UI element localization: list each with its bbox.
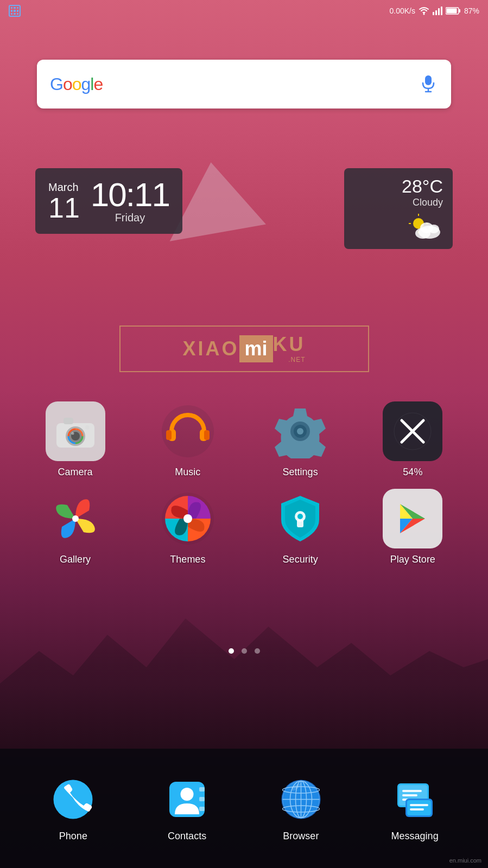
camera-label: Camera (58, 467, 93, 478)
playstore-icon (383, 489, 442, 548)
browser-icon (276, 775, 325, 824)
clock-weekday: Friday (91, 212, 169, 224)
gallery-icon (46, 489, 105, 548)
google-logo: Google (50, 74, 103, 94)
svg-point-27 (85, 425, 90, 430)
camera-icon (46, 401, 105, 461)
svg-rect-67 (407, 800, 431, 815)
kill-icon (383, 401, 442, 461)
app-drawer-icon[interactable] (9, 5, 21, 17)
google-search-bar[interactable]: Google (37, 60, 451, 108)
settings-label: Settings (283, 467, 318, 478)
clock-date: March 11 (48, 181, 80, 222)
app-kill[interactable]: 54% (359, 401, 466, 478)
app-grid: Camera Music (22, 401, 466, 565)
phone-icon (49, 775, 98, 824)
watermark-ku: KU (273, 333, 306, 356)
app-gallery[interactable]: Gallery (22, 489, 129, 565)
svg-rect-68 (410, 804, 428, 806)
dock-messaging[interactable]: Messaging (390, 775, 439, 842)
svg-point-51 (181, 788, 194, 801)
app-playstore[interactable]: Play Store (359, 489, 466, 565)
themes-icon (158, 489, 218, 548)
miui-watermark: en.miui.com (449, 857, 481, 864)
messaging-icon (390, 775, 439, 824)
security-label: Security (283, 554, 318, 565)
clock-day: 11 (48, 194, 80, 222)
svg-rect-63 (402, 790, 422, 792)
svg-rect-43 (297, 520, 303, 527)
music-icon (158, 401, 218, 461)
svg-rect-9 (425, 75, 432, 85)
contacts-label: Contacts (168, 831, 206, 842)
svg-point-20 (428, 225, 439, 233)
page-dot-1[interactable] (229, 648, 234, 654)
network-speed: 0.00K/s (389, 7, 415, 15)
svg-rect-64 (402, 794, 417, 796)
svg-point-35 (297, 428, 303, 435)
dock-browser[interactable]: Browser (276, 775, 325, 842)
weather-temperature: 28°C (354, 176, 443, 197)
svg-rect-26 (64, 418, 73, 424)
weather-condition: Cloudy (354, 197, 443, 208)
svg-rect-49 (199, 797, 205, 801)
svg-point-25 (71, 432, 74, 435)
svg-point-44 (297, 514, 303, 519)
dock-phone[interactable]: Phone (49, 775, 98, 842)
status-icons: 0.00K/s 87% (389, 7, 479, 15)
app-security[interactable]: Security (247, 489, 354, 565)
contacts-icon (163, 775, 212, 824)
app-themes[interactable]: Themes (134, 489, 241, 565)
svg-point-1 (423, 14, 424, 15)
svg-rect-69 (410, 808, 424, 810)
svg-point-39 (72, 515, 79, 522)
security-icon (270, 489, 330, 548)
app-camera[interactable]: Camera (22, 401, 129, 478)
dock: Phone Contacts (0, 749, 488, 868)
svg-rect-4 (438, 8, 440, 15)
svg-rect-3 (435, 10, 437, 15)
signal-icon (433, 7, 442, 15)
themes-label: Themes (170, 554, 205, 565)
clock-time: 10:11 Friday (91, 178, 169, 224)
svg-rect-48 (199, 787, 205, 792)
messaging-label: Messaging (391, 831, 439, 842)
app-music[interactable]: Music (134, 401, 241, 478)
watermark-mi: mi (239, 335, 273, 362)
page-indicators (229, 648, 260, 654)
svg-point-46 (54, 780, 93, 819)
gallery-label: Gallery (60, 554, 91, 565)
clock-time-value: 10:11 (91, 178, 169, 212)
clock-main: March 11 10:11 Friday (35, 168, 182, 234)
clock-weather-widget: 28°C Cloudy (35, 168, 453, 234)
svg-rect-50 (199, 807, 205, 811)
svg-rect-8 (446, 9, 457, 14)
clock-month: March (48, 181, 80, 194)
battery-icon (446, 7, 461, 15)
wifi-icon (419, 7, 429, 15)
svg-rect-2 (433, 12, 434, 15)
page-dot-2[interactable] (242, 648, 247, 654)
status-bar: 0.00K/s 87% (0, 0, 488, 22)
playstore-label: Play Store (390, 554, 435, 565)
watermark-xiao: XIAO (182, 337, 239, 360)
mic-icon[interactable] (419, 74, 438, 94)
svg-point-41 (183, 514, 192, 523)
music-label: Music (175, 467, 200, 478)
weather-widget: 28°C Cloudy (344, 168, 453, 249)
svg-rect-31 (166, 430, 172, 440)
app-settings[interactable]: Settings (247, 401, 354, 478)
svg-rect-32 (204, 430, 210, 440)
xiaoku-watermark: XIAO mi KU .NET (119, 326, 369, 372)
dock-contacts[interactable]: Contacts (163, 775, 212, 842)
weather-cloud-icon (408, 212, 443, 241)
watermark-net: .NET (288, 356, 305, 363)
browser-label: Browser (283, 831, 319, 842)
page-dot-3[interactable] (255, 648, 260, 654)
svg-rect-7 (459, 9, 460, 12)
kill-label: 54% (403, 467, 422, 478)
settings-icon (270, 401, 330, 461)
battery-percent: 87% (464, 7, 479, 15)
phone-label: Phone (59, 831, 87, 842)
svg-rect-5 (441, 7, 442, 15)
